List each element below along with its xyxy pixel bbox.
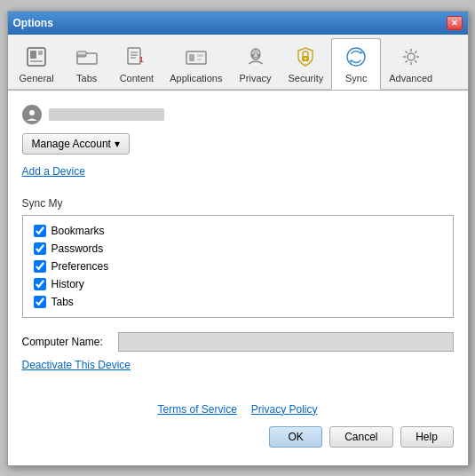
tab-content-label: Content [120, 73, 154, 83]
passwords-checkbox[interactable] [34, 242, 46, 255]
svg-point-19 [257, 53, 259, 56]
svg-rect-7 [128, 48, 140, 64]
tab-content[interactable]: 1 Content [112, 38, 162, 89]
add-device-link[interactable]: Add a Device [22, 165, 85, 178]
svg-line-32 [415, 51, 416, 52]
button-row: OK Cancel Help [22, 426, 454, 451]
tabs-checkbox[interactable] [34, 296, 46, 308]
options-window: Options ✕ General [7, 11, 469, 466]
general-icon [22, 43, 51, 71]
svg-rect-15 [197, 59, 202, 60]
svg-text:1: 1 [139, 55, 144, 64]
svg-point-34 [29, 110, 35, 115]
checkbox-passwords-row: Passwords [34, 242, 442, 255]
cancel-button[interactable]: Cancel [329, 426, 392, 448]
account-avatar [22, 105, 42, 124]
checkbox-bookmarks-row: Bookmarks [34, 225, 442, 237]
window-title: Options [13, 17, 53, 29]
account-name-placeholder [49, 108, 164, 121]
tab-applications-label: Applications [170, 73, 222, 83]
svg-point-18 [251, 53, 254, 56]
svg-rect-2 [38, 51, 43, 55]
passwords-label[interactable]: Passwords [51, 242, 104, 255]
tabs-label[interactable]: Tabs [51, 296, 74, 308]
tab-tabs[interactable]: Tabs [62, 38, 112, 89]
bookmarks-checkbox[interactable] [34, 225, 46, 237]
security-icon [291, 43, 320, 71]
preferences-checkbox[interactable] [34, 260, 46, 273]
svg-rect-1 [30, 51, 36, 59]
checkbox-preferences-row: Preferences [34, 260, 442, 273]
manage-account-button[interactable]: Manage Account ▾ [22, 133, 130, 155]
tab-tabs-label: Tabs [76, 73, 97, 83]
footer-links: Terms of Service Privacy Policy [22, 403, 454, 416]
svg-rect-6 [77, 52, 86, 55]
svg-point-21 [305, 58, 306, 60]
tab-general[interactable]: General [12, 38, 62, 89]
applications-icon [182, 43, 210, 71]
ok-button[interactable]: OK [269, 426, 322, 448]
svg-line-31 [415, 60, 416, 62]
title-bar-controls: ✕ [447, 16, 463, 30]
sync-icon [342, 43, 370, 71]
tab-security-label: Security [289, 73, 324, 83]
tab-privacy-label: Privacy [239, 73, 271, 83]
title-bar: Options ✕ [8, 12, 468, 35]
privacy-policy-link[interactable]: Privacy Policy [251, 403, 318, 416]
tab-applications[interactable]: Applications [162, 38, 230, 89]
tab-security[interactable]: Security [281, 38, 332, 89]
advanced-icon [397, 43, 425, 71]
tab-general-label: General [20, 73, 54, 83]
computer-name-row: Computer Name: [22, 332, 454, 352]
close-button[interactable]: ✕ [447, 16, 463, 30]
preferences-label[interactable]: Preferences [51, 260, 109, 273]
help-button[interactable]: Help [400, 426, 454, 448]
manage-account-label: Manage Account [32, 138, 111, 150]
tab-sync-label: Sync [345, 73, 367, 83]
history-checkbox[interactable] [34, 278, 46, 290]
tab-advanced[interactable]: Advanced [381, 38, 440, 89]
account-row [22, 105, 454, 124]
manage-account-arrow: ▾ [115, 138, 120, 150]
tab-privacy[interactable]: Privacy [231, 38, 281, 89]
tab-advanced-label: Advanced [389, 73, 432, 83]
main-content: Manage Account ▾ Add a Device Sync My Bo… [8, 90, 468, 465]
tabs-icon [73, 43, 101, 71]
privacy-icon [241, 43, 270, 71]
history-label[interactable]: History [51, 278, 84, 290]
sync-my-label: Sync My [22, 197, 454, 210]
svg-line-33 [405, 60, 407, 62]
toolbar: General Tabs 1 [8, 35, 468, 90]
svg-point-25 [408, 53, 415, 60]
computer-name-input[interactable] [118, 332, 454, 352]
svg-rect-14 [197, 54, 203, 57]
sync-options-box: Bookmarks Passwords Preferences History … [22, 215, 454, 318]
computer-name-label: Computer Name: [22, 336, 111, 348]
terms-of-service-link[interactable]: Terms of Service [157, 403, 236, 416]
content-icon: 1 [123, 43, 151, 71]
svg-line-30 [405, 51, 407, 52]
checkbox-tabs-row: Tabs [34, 296, 442, 308]
svg-rect-13 [189, 54, 194, 61]
svg-rect-3 [30, 60, 43, 62]
checkbox-history-row: History [34, 278, 442, 290]
bookmarks-label[interactable]: Bookmarks [51, 225, 105, 237]
deactivate-link[interactable]: Deactivate This Device [22, 359, 131, 371]
tab-sync[interactable]: Sync [331, 38, 381, 90]
